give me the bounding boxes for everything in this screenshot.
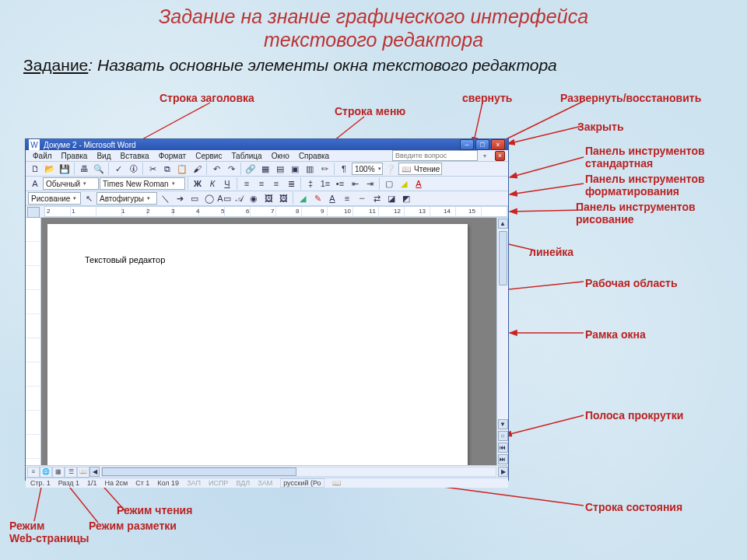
- line-spacing-icon[interactable]: ‡: [303, 177, 317, 191]
- document-area[interactable]: Текстовый редактор: [41, 218, 496, 465]
- spellcheck-icon[interactable]: ✓: [111, 162, 125, 176]
- menu-format[interactable]: Формат: [155, 151, 191, 161]
- borders-icon[interactable]: ▢: [382, 177, 396, 191]
- autoshapes-menu[interactable]: Автофигуры▾: [96, 192, 157, 205]
- columns-icon[interactable]: ▥: [303, 162, 317, 176]
- status-trk[interactable]: ИСПР: [209, 479, 228, 487]
- hscroll-track[interactable]: [101, 467, 496, 477]
- arrow-shape-icon[interactable]: ➔: [173, 191, 187, 205]
- help-search-input[interactable]: [392, 150, 478, 161]
- titlebar[interactable]: W Докуме 2 - Microsoft Word – □ ×: [26, 139, 508, 150]
- menu-view[interactable]: Вид: [93, 151, 114, 161]
- prev-page-icon[interactable]: ⏮: [498, 443, 508, 453]
- status-rec[interactable]: ЗАП: [187, 479, 201, 487]
- status-ext[interactable]: ВДЛ: [236, 479, 250, 487]
- cut-icon[interactable]: ✂: [146, 162, 160, 176]
- view-outline-icon[interactable]: ☰: [65, 467, 77, 478]
- diagram-icon[interactable]: ◉: [247, 191, 261, 205]
- menu-edit[interactable]: Правка: [58, 151, 92, 161]
- drawing-menu[interactable]: Рисование▾: [28, 192, 81, 205]
- open-icon[interactable]: 📂: [43, 162, 57, 176]
- save-icon[interactable]: 💾: [58, 162, 72, 176]
- menu-file[interactable]: Файл: [29, 151, 56, 161]
- line-color-icon[interactable]: ✎: [310, 191, 324, 205]
- horizontal-ruler[interactable]: 2 1 1 2 3 4 5 6 7 8 9 10 11 12 13 14 15: [26, 206, 508, 218]
- document-page[interactable]: Текстовый редактор: [47, 224, 468, 465]
- font-combo[interactable]: Times New Roman▾: [100, 177, 185, 190]
- font-color2-icon[interactable]: A: [325, 191, 339, 205]
- align-justify-icon[interactable]: ≣: [284, 177, 298, 191]
- status-ovr[interactable]: ЗАМ: [258, 479, 272, 487]
- print-icon[interactable]: 🖶: [77, 162, 91, 176]
- minimize-button[interactable]: –: [460, 139, 474, 150]
- decrease-indent-icon[interactable]: ⇤: [348, 177, 362, 191]
- doc-map-icon[interactable]: ¶: [337, 162, 351, 176]
- dash-style-icon[interactable]: ┄: [355, 191, 369, 205]
- copy-icon[interactable]: ⧉: [160, 162, 174, 176]
- scroll-up-icon[interactable]: ▲: [498, 219, 508, 229]
- font-color-icon[interactable]: A: [412, 177, 426, 191]
- textbox-icon[interactable]: A▭: [217, 191, 231, 205]
- vertical-ruler[interactable]: [26, 218, 41, 465]
- read-button[interactable]: 📖 Чтение: [398, 163, 442, 175]
- document-close-button[interactable]: ×: [495, 151, 505, 161]
- hscroll-thumb[interactable]: [102, 467, 296, 476]
- undo-icon[interactable]: ↶: [209, 162, 223, 176]
- wordart-icon[interactable]: 𝒜: [232, 191, 246, 205]
- research-icon[interactable]: 🛈: [126, 162, 140, 176]
- scroll-down-icon[interactable]: ▼: [498, 419, 508, 429]
- new-doc-icon[interactable]: 🗋: [28, 162, 42, 176]
- select-objects-icon[interactable]: ↖: [82, 191, 96, 205]
- help-icon[interactable]: ❔: [384, 162, 398, 176]
- numbered-list-icon[interactable]: 1≡: [318, 177, 332, 191]
- status-spellcheck-icon[interactable]: 📖: [332, 479, 341, 487]
- fill-color-icon[interactable]: ◢: [296, 191, 310, 205]
- line-style-icon[interactable]: ≡: [340, 191, 354, 205]
- bold-icon[interactable]: Ж: [191, 177, 205, 191]
- underline-icon[interactable]: Ч: [220, 177, 234, 191]
- oval-icon[interactable]: ◯: [202, 191, 216, 205]
- menu-insert[interactable]: Вставка: [116, 151, 153, 161]
- format-painter-icon[interactable]: 🖌: [190, 162, 204, 176]
- vertical-scrollbar[interactable]: ▲ ▼ ○ ⏮ ⏭: [496, 218, 508, 465]
- status-language[interactable]: русский (Ро: [280, 478, 324, 488]
- menu-table[interactable]: Таблица: [227, 151, 265, 161]
- next-page-icon[interactable]: ⏭: [498, 454, 508, 464]
- picture-icon[interactable]: 🖼: [276, 191, 290, 205]
- hyperlink-icon[interactable]: 🔗: [244, 162, 258, 176]
- menu-window[interactable]: Окно: [268, 151, 293, 161]
- view-normal-icon[interactable]: ≡: [27, 467, 40, 478]
- view-print-icon[interactable]: ▦: [52, 467, 65, 478]
- print-preview-icon[interactable]: 🔍: [92, 162, 106, 176]
- clipart-icon[interactable]: 🖼: [261, 191, 275, 205]
- drawing-icon[interactable]: ✏: [317, 162, 331, 176]
- align-left-icon[interactable]: ≡: [240, 177, 254, 191]
- tab-selector-icon[interactable]: [27, 207, 40, 218]
- shadow-icon[interactable]: ◪: [384, 191, 398, 205]
- maximize-button[interactable]: □: [475, 139, 489, 150]
- insert-table-icon[interactable]: ▤: [273, 162, 287, 176]
- bullet-list-icon[interactable]: •≡: [333, 177, 347, 191]
- close-button[interactable]: ×: [491, 139, 505, 150]
- styles-pane-icon[interactable]: A: [28, 177, 42, 191]
- align-center-icon[interactable]: ≡: [254, 177, 268, 191]
- tables-borders-icon[interactable]: ▦: [258, 162, 272, 176]
- italic-icon[interactable]: К: [205, 177, 219, 191]
- view-web-icon[interactable]: 🌐: [40, 467, 52, 478]
- highlight-icon[interactable]: ◢: [397, 177, 411, 191]
- arrow-style-icon[interactable]: ⇄: [370, 191, 384, 205]
- vscroll-thumb[interactable]: [499, 231, 507, 285]
- scroll-left-icon[interactable]: ◀: [89, 467, 100, 477]
- align-right-icon[interactable]: ≡: [269, 177, 283, 191]
- scroll-right-icon[interactable]: ▶: [498, 467, 508, 477]
- paste-icon[interactable]: 📋: [175, 162, 189, 176]
- line-icon[interactable]: ＼: [158, 191, 172, 205]
- redo-icon[interactable]: ↷: [224, 162, 238, 176]
- style-combo[interactable]: Обычный▾: [43, 177, 99, 190]
- excel-icon[interactable]: ▣: [288, 162, 302, 176]
- menu-help[interactable]: Справка: [295, 151, 333, 161]
- view-reading-icon[interactable]: 📖: [77, 467, 89, 478]
- 3d-icon[interactable]: ◩: [399, 191, 413, 205]
- increase-indent-icon[interactable]: ⇥: [363, 177, 377, 191]
- menu-tools[interactable]: Сервис: [191, 151, 226, 161]
